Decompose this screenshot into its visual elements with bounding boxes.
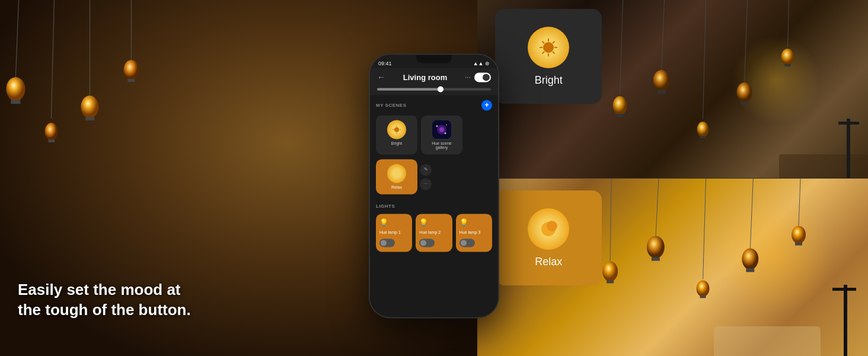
lights-title: LIGHTS xyxy=(376,204,395,209)
svg-point-67 xyxy=(436,125,438,127)
relax-controls: ✎ ··· xyxy=(420,164,432,190)
more-button[interactable]: ··· xyxy=(465,73,471,81)
overlay-text: Easily set the mood at the tough of the … xyxy=(18,280,191,320)
bright-scene-app-card[interactable]: Bright xyxy=(376,115,417,154)
bright-scene-card[interactable]: Bright xyxy=(495,9,602,104)
bright-scene-icon xyxy=(387,120,406,139)
lamp-2-toggle[interactable] xyxy=(419,239,435,247)
svg-rect-17 xyxy=(127,79,135,82)
scenes-grid: Bright xyxy=(376,115,492,154)
lamp-arm-bottom xyxy=(832,288,856,291)
lamp-3-card[interactable]: 💡 Hue lamp 3 xyxy=(456,214,492,252)
header-right: ··· xyxy=(465,72,491,82)
svg-point-7 xyxy=(6,77,25,101)
lamp-3-icon: 💡 xyxy=(459,218,469,228)
floor-lamp-arm xyxy=(838,122,859,125)
notch xyxy=(416,55,452,63)
relax-scene-row: Relax ✎ ··· xyxy=(376,159,492,194)
brightness-fill xyxy=(377,88,440,90)
room-title: Living room xyxy=(403,73,447,82)
relax-scene-card[interactable]: Relax xyxy=(495,190,602,285)
sun-small-icon xyxy=(392,125,401,134)
svg-point-68 xyxy=(446,124,447,125)
svg-line-6 xyxy=(15,0,18,77)
svg-point-59 xyxy=(394,127,399,132)
moon-icon xyxy=(538,218,559,240)
svg-point-69 xyxy=(445,132,446,134)
lamp-2-label: Hue lamp 2 xyxy=(419,230,441,235)
lamp-3-toggle[interactable] xyxy=(459,239,475,247)
svg-point-10 xyxy=(44,123,58,141)
lamp-3-label: Hue lamp 3 xyxy=(459,230,481,235)
more-scene-button[interactable]: ··· xyxy=(420,178,432,190)
sun-icon xyxy=(538,37,559,58)
lamp-2-icon: 💡 xyxy=(419,218,429,228)
edit-scene-button[interactable]: ✎ xyxy=(420,164,432,176)
svg-point-66 xyxy=(439,127,444,132)
back-button[interactable]: ← xyxy=(377,72,385,82)
relax-scene-icon xyxy=(387,164,406,183)
svg-line-41 xyxy=(542,52,545,54)
overlay-line1: Easily set the mood at xyxy=(18,280,191,300)
svg-line-38 xyxy=(542,41,545,43)
galaxy-icon xyxy=(432,120,451,139)
svg-rect-8 xyxy=(11,100,20,104)
scenes-section: MY SCENES + xyxy=(370,95,498,204)
furniture-hint xyxy=(779,154,868,178)
room-toggle[interactable] xyxy=(474,72,491,82)
signal-icons: ▲▲ ⊛ xyxy=(473,61,490,66)
gallery-scene-card[interactable]: Hue scene gallery xyxy=(421,115,462,154)
lamp-1-card[interactable]: 💡 Hue lamp 1 xyxy=(376,214,412,252)
svg-rect-11 xyxy=(48,139,55,142)
floor-lamp-bottom xyxy=(844,285,847,356)
svg-point-16 xyxy=(123,60,139,80)
lights-grid: 💡 Hue lamp 1 💡 Hue lamp 2 💡 Hue lamp 3 xyxy=(376,214,492,252)
svg-line-39 xyxy=(553,52,555,54)
bright-scene-app-label: Bright xyxy=(391,141,402,145)
lamp-1-icon: 💡 xyxy=(379,218,389,228)
gallery-scene-icon xyxy=(432,120,451,139)
panel-top: Bright xyxy=(477,0,868,178)
right-panels: Bright xyxy=(477,0,868,356)
svg-rect-14 xyxy=(85,117,94,120)
brightness-control xyxy=(370,85,498,95)
time-display: 09:41 xyxy=(378,61,392,66)
lights-header: LIGHTS xyxy=(376,204,492,209)
brightness-thumb[interactable] xyxy=(438,86,443,92)
relax-scene-app-label: Relax xyxy=(391,185,402,189)
bright-icon xyxy=(528,27,569,68)
phone-mockup: 09:41 ▲▲ ⊛ ← Living room ··· xyxy=(369,53,499,318)
panel-bottom: Relax xyxy=(477,178,868,356)
status-bar: 09:41 ▲▲ ⊛ xyxy=(370,55,498,68)
svg-line-9 xyxy=(51,0,54,119)
brightness-track[interactable] xyxy=(377,88,491,90)
gallery-scene-label: Hue scene gallery xyxy=(426,141,458,150)
sofa-hint xyxy=(714,326,821,356)
relax-card-label: Relax xyxy=(535,256,562,268)
lamp-2-card[interactable]: 💡 Hue lamp 2 xyxy=(416,214,452,252)
overlay-line2: the tough of the button. xyxy=(18,300,191,320)
lights-section: LIGHTS 💡 Hue lamp 1 💡 Hue lamp 2 xyxy=(370,204,498,256)
bright-card-label: Bright xyxy=(535,74,563,87)
app-header: ← Living room ··· xyxy=(370,68,498,85)
svg-point-33 xyxy=(543,42,554,53)
svg-point-58 xyxy=(547,221,557,231)
svg-line-40 xyxy=(553,41,555,43)
scenes-title: MY SCENES xyxy=(376,103,406,108)
lamp-1-toggle[interactable] xyxy=(379,239,395,247)
relax-scene-app-card[interactable]: Relax xyxy=(376,159,417,194)
relax-icon xyxy=(528,208,569,250)
svg-point-13 xyxy=(81,96,98,118)
phone-container: 09:41 ▲▲ ⊛ ← Living room ··· xyxy=(369,53,499,318)
add-scene-button[interactable]: + xyxy=(481,100,492,110)
scenes-header: MY SCENES + xyxy=(376,100,492,110)
floor-lamp-top xyxy=(847,119,850,178)
lamp-1-label: Hue lamp 1 xyxy=(379,230,401,235)
phone-screen: ← Living room ··· MY SCENES + xyxy=(370,68,498,317)
